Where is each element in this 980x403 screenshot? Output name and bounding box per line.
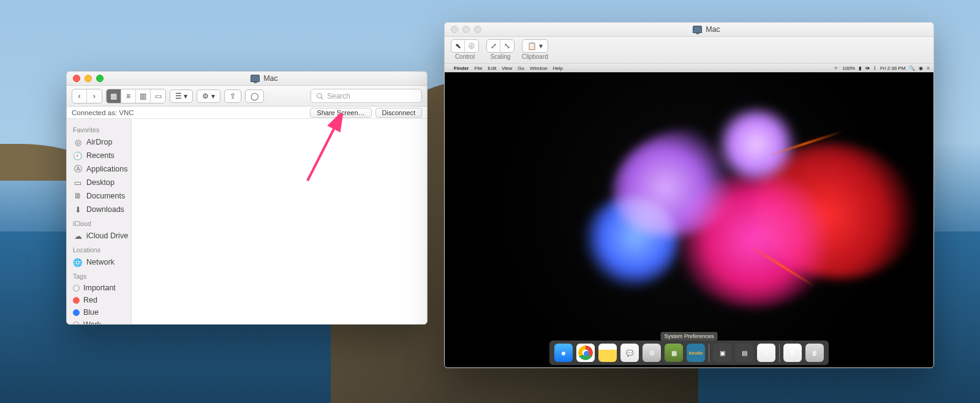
sidebar-item-downloads[interactable]: ⬇Downloads	[70, 203, 131, 216]
volume-icon[interactable]: 🕪	[865, 66, 870, 71]
search-input[interactable]: Search	[311, 89, 422, 103]
dock-kindle-icon[interactable]: kindle	[687, 344, 705, 362]
clipboard-button[interactable]: 📋 ▾	[522, 39, 548, 53]
view-mode-segment[interactable]: ▦ ≡ ▥ ▭	[106, 89, 166, 104]
search-icon	[316, 92, 323, 100]
remote-desktop[interactable]: System Preferences ☻ 💬 ⚙︎ ▦ kindle ▣ ▤ ✎…	[445, 72, 933, 367]
sidebar-item-icloud-drive[interactable]: ☁iCloud Drive	[70, 229, 131, 243]
finder-titlebar[interactable]: Mac	[67, 72, 427, 86]
fit-icon[interactable]: ⤢	[487, 40, 500, 52]
nav-back-forward[interactable]: ‹ ›	[72, 89, 102, 104]
remote-menu-file[interactable]: File	[474, 66, 482, 71]
siri-icon[interactable]: ◉	[919, 66, 923, 71]
sidebar-group-icloud: iCloud	[70, 216, 131, 229]
arrange-button[interactable]: ☰ ▾	[170, 89, 193, 103]
screenshare-titlebar[interactable]: Mac	[445, 23, 933, 37]
screenshare-window: Mac ⬉ ⦾ Control ⤢ ⤡ Scaling 📋 ▾ Clipboar…	[444, 22, 934, 368]
dock-notes-icon[interactable]	[598, 344, 617, 362]
wallpaper-splash	[445, 72, 933, 367]
remote-menu-help[interactable]: Help	[552, 66, 562, 71]
minimize-icon[interactable]	[85, 75, 92, 82]
computer-icon	[251, 75, 260, 82]
remote-menu-window[interactable]: Window	[530, 66, 547, 71]
disconnect-button[interactable]: Disconnect	[375, 108, 422, 118]
sidebar-item-desktop[interactable]: ▭Desktop	[70, 176, 131, 189]
finder-window: Mac ‹ › ▦ ≡ ▥ ▭ ☰ ▾ ⚙︎ ▾ ⇪ ◯ Search Conn…	[66, 71, 428, 325]
actual-icon[interactable]: ⤡	[500, 40, 514, 52]
share-button[interactable]: ⇪	[224, 89, 241, 103]
sidebar-item-documents[interactable]: 🗎Documents	[70, 189, 131, 203]
tag-icon	[73, 285, 80, 292]
sidebar-item-airdrop[interactable]: ◎AirDrop	[70, 135, 131, 149]
dock-tooltip: System Preferences	[660, 332, 717, 341]
tags-button[interactable]: ◯	[245, 89, 264, 103]
spotlight-icon[interactable]: 🔍	[909, 66, 915, 71]
dock-chrome-icon[interactable]	[576, 344, 595, 362]
remote-menubar[interactable]: Finder File Edit View Go Window Help ᯤ 1…	[445, 64, 933, 72]
list-view-icon[interactable]: ≡	[121, 89, 136, 103]
battery-icon: ▮	[859, 66, 861, 71]
svg-point-0	[317, 93, 322, 98]
scaling-label: Scaling	[491, 53, 511, 60]
remote-app-name[interactable]: Finder	[454, 66, 469, 71]
remote-menu-view[interactable]: View	[502, 66, 512, 71]
forward-icon[interactable]: ›	[87, 89, 102, 103]
remote-menu-edit[interactable]: Edit	[488, 66, 496, 71]
connection-bar: Connected as: VNC Share Screen… Disconne…	[67, 107, 427, 119]
sidebar-group-tags: Tags	[70, 269, 131, 282]
wifi-icon[interactable]: ᯤ	[834, 66, 839, 71]
column-view-icon[interactable]: ▥	[136, 89, 151, 103]
menubar-time[interactable]: Fri 2:38 PM	[880, 66, 905, 71]
dock-document-icon[interactable]: 🗎	[783, 344, 802, 362]
downloads-icon: ⬇	[73, 205, 83, 214]
sidebar-item-tag-important[interactable]: Important	[70, 282, 131, 294]
sidebar-item-tag-work[interactable]: Work	[70, 318, 131, 324]
zoom-icon[interactable]	[474, 26, 481, 33]
dock-system-preferences-icon[interactable]: ⚙︎	[643, 344, 661, 362]
sidebar-item-recents[interactable]: 🕘Recents	[70, 149, 131, 162]
close-icon[interactable]	[73, 75, 80, 82]
tag-icon	[73, 309, 80, 316]
screenshare-title: Mac	[706, 25, 720, 34]
remote-menu-go[interactable]: Go	[518, 66, 524, 71]
back-icon[interactable]: ‹	[72, 89, 87, 103]
connected-as-label: Connected as: VNC	[72, 109, 134, 116]
share-screen-button[interactable]: Share Screen…	[310, 108, 371, 118]
binoculars-icon[interactable]: ⦾	[465, 40, 478, 52]
dock-app-icon[interactable]: ▤	[735, 344, 753, 362]
close-icon[interactable]	[451, 26, 458, 33]
battery-label: 100%	[843, 66, 855, 71]
apps-icon: Ⓐ	[73, 164, 83, 174]
notification-center-icon[interactable]: ≡	[927, 66, 930, 71]
gallery-view-icon[interactable]: ▭	[151, 89, 165, 103]
svg-line-1	[321, 97, 323, 99]
clipboard-label: Clipboard	[522, 53, 548, 60]
bluetooth-icon[interactable]: ᛒ	[873, 66, 876, 71]
sidebar-item-tag-blue[interactable]: Blue	[70, 306, 131, 318]
sidebar-item-network[interactable]: 🌐Network	[70, 255, 131, 269]
dock-messages-icon[interactable]: 💬	[620, 344, 639, 362]
dock-separator	[709, 344, 709, 362]
dock-app-icon[interactable]: ▣	[713, 344, 731, 362]
action-button[interactable]: ⚙︎ ▾	[197, 89, 220, 103]
remote-dock[interactable]: ☻ 💬 ⚙︎ ▦ kindle ▣ ▤ ✎ 🗎 🗑	[549, 341, 829, 365]
scaling-segment[interactable]: ⤢ ⤡	[486, 39, 514, 53]
sidebar-item-applications[interactable]: ⒶApplications	[70, 162, 131, 176]
icon-view-icon[interactable]: ▦	[107, 89, 121, 103]
desktop-icon: ▭	[73, 178, 83, 187]
dock-trash-icon[interactable]: 🗑	[805, 344, 824, 362]
finder-content[interactable]	[132, 119, 427, 324]
cursor-icon[interactable]: ⬉	[451, 40, 465, 52]
control-segment[interactable]: ⬉ ⦾	[451, 39, 479, 53]
finder-title: Mac	[263, 74, 278, 83]
remote-screen[interactable]: Finder File Edit View Go Window Help ᯤ 1…	[445, 64, 933, 367]
airdrop-icon: ◎	[73, 137, 83, 147]
dock-minecraft-icon[interactable]: ▦	[665, 344, 683, 362]
dock-textedit-icon[interactable]: ✎	[757, 344, 775, 362]
zoom-icon[interactable]	[96, 75, 104, 82]
dock-finder-icon[interactable]: ☻	[554, 344, 573, 362]
minimize-icon[interactable]	[462, 26, 470, 33]
documents-icon: 🗎	[73, 191, 83, 201]
computer-icon	[693, 26, 702, 33]
sidebar-item-tag-red[interactable]: Red	[70, 294, 131, 306]
